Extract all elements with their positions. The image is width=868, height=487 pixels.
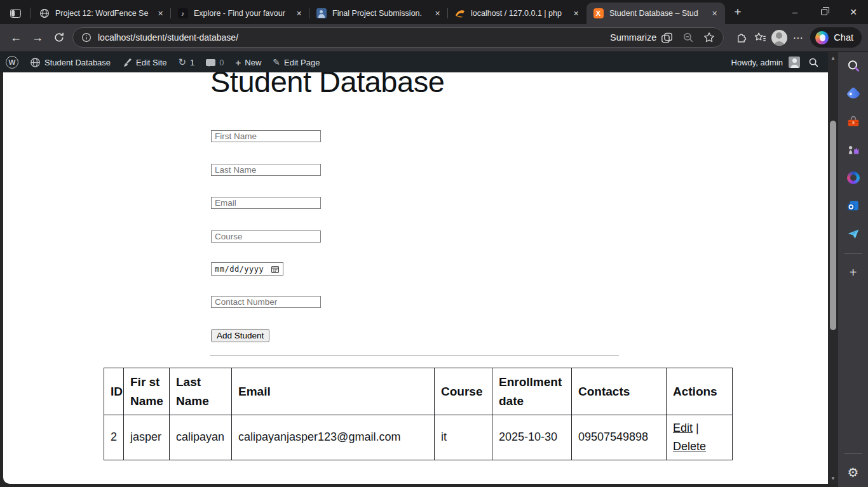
sidebar-outlook-button[interactable] bbox=[845, 197, 862, 214]
delete-link[interactable]: Delete bbox=[673, 440, 706, 453]
scrollbar-thumb[interactable] bbox=[830, 121, 836, 330]
sidebar-divider bbox=[844, 253, 862, 254]
copilot-icon bbox=[815, 31, 829, 44]
howdy-label[interactable]: Howdy, admin bbox=[731, 58, 783, 67]
header-id: ID bbox=[104, 368, 124, 415]
search-icon bbox=[846, 59, 860, 73]
wp-admin-bar-right: Howdy, admin bbox=[731, 57, 828, 68]
sidebar-m365-button[interactable] bbox=[845, 170, 862, 186]
scroll-up-icon[interactable]: ▲ bbox=[828, 53, 838, 62]
shopping-tag-icon bbox=[846, 87, 860, 102]
brush-icon bbox=[122, 57, 132, 67]
settings-more-button[interactable]: ⋯ bbox=[789, 28, 808, 47]
email-input[interactable] bbox=[211, 197, 321, 209]
page-scrollbar[interactable]: ▲ ▼ bbox=[828, 52, 838, 484]
first-name-input[interactable] bbox=[211, 130, 321, 142]
workspaces-icon bbox=[10, 9, 21, 18]
updates-icon: ↻ bbox=[179, 57, 187, 68]
tab-close-icon[interactable]: ✕ bbox=[709, 8, 721, 20]
cell-id: 2 bbox=[104, 415, 124, 460]
restore-button[interactable] bbox=[810, 0, 839, 24]
sidebar-add-button[interactable]: + bbox=[845, 264, 862, 281]
cell-email: calipayanjasper123@gmail.com bbox=[232, 415, 435, 460]
header-first-name: Fir st Name bbox=[124, 368, 170, 415]
sidebar-shopping-button[interactable] bbox=[845, 86, 862, 102]
tab-close-icon[interactable]: ✕ bbox=[154, 8, 166, 20]
page-viewport: Student Database mm/dd/yyyy Add Student … bbox=[3, 72, 828, 484]
tab-activity-menu-button[interactable] bbox=[4, 3, 27, 24]
browser-toolbar: ← → localhost/student/student-database/ … bbox=[0, 24, 868, 51]
favorites-list-icon bbox=[754, 32, 766, 44]
tab-student-database[interactable]: X Student Database – Stud ✕ bbox=[587, 3, 725, 24]
sidebar-settings-button[interactable]: ⚙ bbox=[845, 464, 862, 481]
chat-label: Chat bbox=[834, 32, 853, 43]
extensions-puzzle-icon bbox=[735, 32, 747, 44]
sidebar-tools-button[interactable] bbox=[845, 114, 862, 130]
sidebar-drop-button[interactable] bbox=[845, 225, 862, 242]
sidebar-games-button[interactable] bbox=[845, 142, 862, 158]
add-student-button[interactable]: Add Student bbox=[211, 329, 269, 342]
address-bar[interactable]: localhost/student/student-database/ Summ… bbox=[72, 27, 724, 48]
wp-site-menu[interactable]: Student Database bbox=[24, 52, 116, 72]
admin-avatar[interactable] bbox=[789, 57, 800, 68]
wp-new-menu[interactable]: + New bbox=[230, 52, 268, 72]
window-controls: – ✕ bbox=[780, 0, 868, 24]
course-input[interactable] bbox=[211, 230, 321, 243]
cell-first-name: jasper bbox=[124, 415, 170, 460]
actions-separator: | bbox=[696, 422, 699, 434]
refresh-button[interactable] bbox=[48, 27, 70, 48]
cell-enrollment-date: 2025-10-30 bbox=[492, 415, 572, 460]
new-tab-button[interactable]: + bbox=[728, 3, 748, 22]
scroll-down-icon[interactable]: ▼ bbox=[828, 474, 838, 483]
favorite-star-icon[interactable] bbox=[703, 32, 715, 43]
wp-logo-menu[interactable]: W bbox=[0, 52, 24, 72]
back-button[interactable]: ← bbox=[5, 27, 27, 48]
cell-course: it bbox=[435, 415, 492, 460]
calendar-icon[interactable] bbox=[271, 265, 280, 274]
addressbar-actions: Summarize bbox=[610, 32, 715, 44]
header-contacts: Contacts bbox=[572, 368, 667, 415]
favorites-hub-button[interactable] bbox=[750, 28, 770, 47]
contact-number-input[interactable] bbox=[211, 296, 321, 308]
tab-title: Explore - Find your favour bbox=[194, 9, 290, 18]
summarize-button[interactable]: Summarize bbox=[610, 32, 673, 44]
wp-edit-site[interactable]: Edit Site bbox=[116, 52, 172, 72]
close-window-button[interactable]: ✕ bbox=[839, 0, 868, 24]
phpmyadmin-favicon-icon bbox=[454, 8, 465, 19]
sidebar-bottom-divider bbox=[844, 453, 862, 454]
header-last-name: Last Name bbox=[170, 368, 232, 415]
tab-phpmyadmin[interactable]: localhost / 127.0.0.1 | php ✕ bbox=[448, 3, 587, 24]
comments-icon bbox=[206, 59, 215, 66]
copilot-chat-button[interactable]: Chat bbox=[810, 27, 862, 48]
browser-window: Project 12: WordFence Se ✕ ♪ Explore - F… bbox=[0, 0, 868, 487]
tab-close-icon[interactable]: ✕ bbox=[431, 8, 444, 20]
restore-icon bbox=[821, 9, 827, 15]
wp-updates[interactable]: ↻ 1 bbox=[173, 52, 201, 72]
last-name-input[interactable] bbox=[211, 164, 321, 176]
tab-close-icon[interactable]: ✕ bbox=[293, 8, 305, 20]
tabbar-divider bbox=[30, 8, 31, 18]
tab-final-project[interactable]: Final Project Submission. ✕ bbox=[309, 3, 448, 24]
extensions-button[interactable] bbox=[731, 28, 750, 47]
profile-button[interactable] bbox=[770, 28, 789, 47]
enrollment-date-input[interactable]: mm/dd/yyyy bbox=[211, 262, 283, 276]
sidebar-search-button[interactable] bbox=[845, 58, 862, 74]
forward-button[interactable]: → bbox=[27, 27, 48, 48]
tab-close-icon[interactable]: ✕ bbox=[570, 8, 582, 20]
site-info-icon[interactable] bbox=[81, 32, 92, 43]
edit-site-label: Edit Site bbox=[136, 58, 166, 67]
edit-link[interactable]: Edit bbox=[673, 422, 693, 434]
table-row: 2 jasper calipayan calipayanjasper123@gm… bbox=[104, 415, 733, 460]
wp-comments[interactable]: 0 bbox=[200, 52, 229, 72]
tab-bar: Project 12: WordFence Se ✕ ♪ Explore - F… bbox=[0, 0, 868, 24]
tab-wordfence[interactable]: Project 12: WordFence Se ✕ bbox=[32, 3, 171, 24]
summarize-label: Summarize bbox=[610, 32, 656, 43]
refresh-icon bbox=[53, 32, 65, 43]
url-text[interactable]: localhost/student/student-database/ bbox=[98, 32, 610, 43]
zoom-out-icon[interactable] bbox=[682, 32, 694, 43]
minimize-button[interactable]: – bbox=[780, 0, 810, 24]
tab-tiktok-explore[interactable]: ♪ Explore - Find your favour ✕ bbox=[171, 3, 309, 24]
wp-edit-page[interactable]: ✎ Edit Page bbox=[267, 52, 325, 72]
wp-search-icon[interactable] bbox=[808, 57, 819, 68]
outlook-icon bbox=[846, 199, 860, 213]
